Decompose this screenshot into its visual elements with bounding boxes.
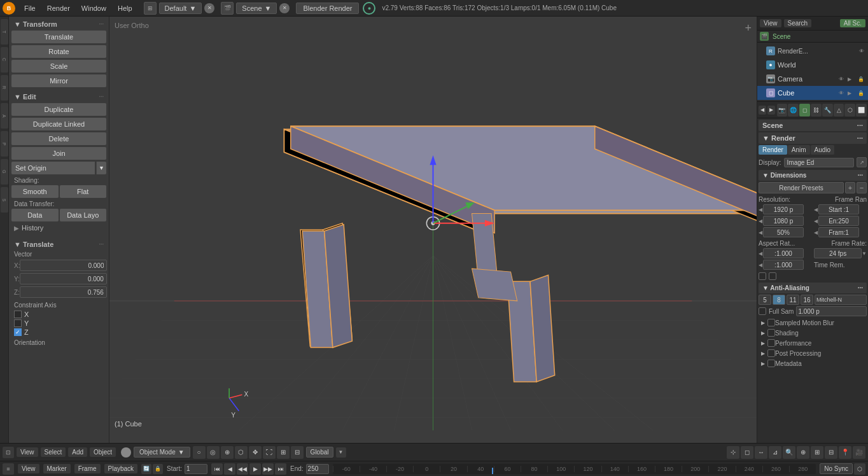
- render-tab-anim[interactable]: Anim: [788, 145, 810, 155]
- rv-icon8[interactable]: ⊟: [825, 446, 837, 459]
- aspect-x-value[interactable]: : 1.000: [763, 248, 804, 258]
- camera-cam-icon[interactable]: ▶: [848, 76, 855, 82]
- timeline-ruler[interactable]: -60 -40 -20 0 20 40 60 80 100 120 140 16…: [333, 464, 816, 474]
- play-btn[interactable]: ▶: [249, 463, 261, 475]
- translate-section-header[interactable]: ▼ Translate ···: [11, 239, 106, 249]
- res-y-arrow-left[interactable]: ◀: [759, 218, 762, 224]
- tools-tab[interactable]: T: [1, 19, 8, 45]
- viewport-icon3[interactable]: ⊕: [221, 446, 234, 459]
- rv-icon4[interactable]: ⊿: [769, 446, 781, 459]
- viewport-icon8[interactable]: ⊟: [291, 446, 304, 459]
- y-input[interactable]: [20, 273, 107, 284]
- performance-collapse-row[interactable]: ▶ Performance: [759, 338, 867, 348]
- view-menu-btn[interactable]: View: [17, 447, 38, 457]
- history-row[interactable]: ▶ History: [11, 223, 106, 233]
- jump-start-btn[interactable]: ⏮: [211, 463, 223, 475]
- file-menu[interactable]: File: [19, 3, 41, 13]
- viewport-icon4[interactable]: ⬡: [235, 446, 248, 459]
- fps-arrow[interactable]: ▼: [862, 251, 867, 256]
- start-arrow-left[interactable]: ◀: [814, 207, 818, 213]
- viewport-icon1[interactable]: ○: [193, 446, 206, 459]
- snap-icon[interactable]: ▼: [336, 447, 346, 458]
- scene-select[interactable]: Scene▼: [236, 3, 277, 14]
- render-menu[interactable]: Render: [42, 3, 75, 13]
- props-nav-icon1[interactable]: ◀: [759, 106, 766, 115]
- scene-section[interactable]: Scene ···: [759, 120, 867, 131]
- duplicate-linked-button[interactable]: Duplicate Linked: [11, 118, 106, 130]
- end-input[interactable]: 250: [306, 464, 329, 474]
- metadata-collapse-row[interactable]: ▶ Metadata: [759, 358, 867, 368]
- animation-tab[interactable]: A: [1, 103, 8, 129]
- display-select[interactable]: Image Ed: [784, 158, 854, 167]
- aspect-x-arrow[interactable]: ◀: [759, 251, 762, 256]
- relations-tab[interactable]: R: [1, 75, 8, 101]
- layout-select[interactable]: Default▼: [159, 3, 202, 14]
- rv-icon1[interactable]: ⊹: [727, 446, 739, 459]
- join-button[interactable]: Join: [11, 147, 106, 160]
- timeline-view-btn[interactable]: View: [18, 464, 39, 473]
- sync-icon2[interactable]: 🔒: [153, 464, 163, 474]
- viewport-plus-icon[interactable]: +: [745, 22, 752, 35]
- viewport[interactable]: User Ortho +: [109, 17, 757, 443]
- global-btn[interactable]: Global: [306, 447, 333, 458]
- layout-x-btn[interactable]: ✕: [204, 3, 214, 13]
- scripting-tab[interactable]: S: [1, 187, 8, 213]
- set-origin-arrow[interactable]: ▼: [96, 162, 106, 174]
- camera-eye[interactable]: 👁: [837, 75, 845, 83]
- pct-value[interactable]: 50%: [763, 227, 804, 237]
- render-presets-minus[interactable]: −: [857, 182, 867, 193]
- render-engine-select[interactable]: Blender Render: [296, 3, 359, 14]
- start-input[interactable]: 1: [185, 464, 207, 474]
- camera-lock-icon[interactable]: 🔒: [858, 76, 865, 82]
- no-sync-btn[interactable]: No Sync: [820, 463, 853, 474]
- render-presets-plus[interactable]: +: [845, 182, 855, 193]
- world-item[interactable]: ● World: [757, 58, 868, 72]
- z-constraint[interactable]: ✓ Z: [11, 328, 106, 337]
- blender-logo[interactable]: B: [3, 2, 15, 15]
- next-frame-btn[interactable]: ▶▶: [262, 463, 274, 475]
- viewport-icon2[interactable]: ◎: [207, 446, 220, 459]
- aspect-y-arrow[interactable]: ◀: [759, 262, 762, 268]
- aa-btn-8[interactable]: 8: [773, 295, 785, 305]
- post-processing-checkbox[interactable]: [767, 349, 775, 357]
- pct-arrow-left[interactable]: ◀: [759, 230, 762, 235]
- modifier-props-btn[interactable]: 🔧: [822, 104, 833, 116]
- frame-arrow-left[interactable]: ◀: [814, 230, 818, 235]
- translate-button[interactable]: Translate: [11, 31, 106, 43]
- rendere-eye[interactable]: 👁: [858, 47, 865, 55]
- aa-btn-5[interactable]: 5: [759, 295, 771, 305]
- rv-icon6[interactable]: ⊕: [797, 446, 809, 459]
- editor-type-icon[interactable]: ⊡: [3, 447, 14, 458]
- z-checkbox[interactable]: ✓: [14, 328, 22, 336]
- sampled-checkbox[interactable]: [767, 319, 775, 326]
- checkbox2[interactable]: [769, 272, 776, 280]
- anim-icons-btn[interactable]: ⬡: [854, 463, 865, 475]
- scene-icon[interactable]: 🎬: [221, 2, 234, 15]
- view-btn[interactable]: View: [760, 19, 781, 27]
- current-frame-marker[interactable]: [492, 468, 493, 474]
- res-x-arrow-left[interactable]: ◀: [759, 207, 762, 213]
- create-tab[interactable]: C: [1, 47, 8, 73]
- x-input[interactable]: [20, 260, 107, 271]
- scene-props-btn[interactable]: 📷: [777, 104, 788, 116]
- rv-icon3[interactable]: ↔: [755, 446, 767, 459]
- cube-eye[interactable]: 👁: [837, 89, 845, 97]
- frame-value[interactable]: Fram: 1: [818, 227, 859, 237]
- viewport-icon5[interactable]: ✥: [249, 446, 262, 459]
- delete-button[interactable]: Delete: [11, 132, 106, 145]
- cube-cam-icon[interactable]: ▶: [848, 90, 855, 96]
- post-processing-collapse-row[interactable]: ▶ Post Processing: [759, 348, 867, 358]
- play-reverse-btn[interactable]: ◀◀: [237, 463, 248, 475]
- x-checkbox[interactable]: [14, 311, 22, 318]
- rv-icon10[interactable]: 🎥: [853, 446, 865, 459]
- material-props-btn[interactable]: ⬡: [844, 104, 855, 116]
- viewport-icon6[interactable]: ⛶: [263, 446, 276, 459]
- viewport-shading-icon[interactable]: [121, 447, 131, 458]
- add-menu-btn[interactable]: Add: [68, 447, 87, 457]
- data-button[interactable]: Data: [11, 209, 59, 221]
- aa-btn-16[interactable]: 16: [801, 295, 813, 305]
- set-origin-button[interactable]: Set Origin: [11, 162, 95, 174]
- render-presets-btn[interactable]: Render Presets: [759, 182, 844, 193]
- transform-section-header[interactable]: ▼ Transform ···: [11, 19, 106, 29]
- select-menu-btn[interactable]: Select: [41, 447, 66, 457]
